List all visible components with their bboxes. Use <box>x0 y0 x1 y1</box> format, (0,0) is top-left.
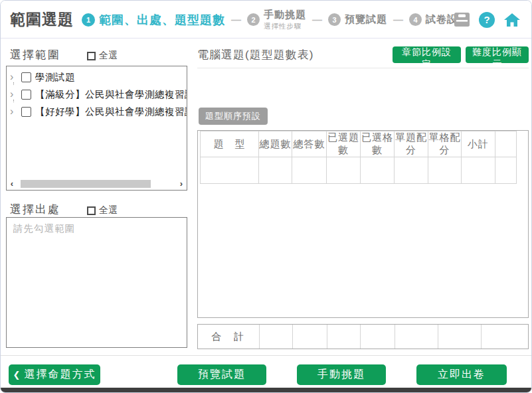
step-1-label: 範圍、出處、題型題數 <box>99 12 225 28</box>
step-3-number: 3 <box>328 13 341 26</box>
expand-caret-icon[interactable]: › <box>10 89 19 100</box>
back-button-label: 選擇命題方式 <box>24 368 96 382</box>
step-dash: — <box>231 14 241 25</box>
question-order-preset-button[interactable]: 題型順序預設 <box>199 108 268 125</box>
cell <box>292 157 327 184</box>
tree-item-label: 【好好學】公民與社會學測總複習講義 實 <box>35 106 187 118</box>
totals-label: 合 計 <box>198 325 259 349</box>
page-title: 範圍選題 <box>10 1 74 39</box>
totals-cell <box>395 325 438 349</box>
source-list-box: 請先勾選範圍 <box>6 217 187 348</box>
preview-questions-button[interactable]: 預覽試題 <box>177 364 266 385</box>
home-icon[interactable] <box>503 12 521 28</box>
col-selected-blanks: 已選格數 <box>361 131 395 157</box>
back-to-method-button[interactable]: ❮ 選擇命題方式 <box>9 364 100 385</box>
totals-table: 合 計 <box>198 325 528 349</box>
help-glyph: ? <box>484 14 489 25</box>
expand-caret-icon[interactable]: › <box>10 106 19 117</box>
horizontal-scrollbar[interactable]: ‹ › <box>7 178 186 189</box>
cell <box>259 157 292 184</box>
source-placeholder-text: 請先勾選範圍 <box>13 222 75 235</box>
range-tree: › 學測試題 › 【滿級分】公民與社會學測總複習講義 實 › 【好好學】公民與社… <box>7 68 187 120</box>
chapter-ratio-button[interactable]: 章節比例設定 <box>393 46 461 63</box>
step-4-number: 4 <box>409 13 422 26</box>
step-1-range[interactable]: 1 範圍、出處、題型題數 <box>82 12 225 28</box>
totals-cell <box>438 325 481 349</box>
source-section-title: 選擇出處 <box>10 202 60 217</box>
range-select-all[interactable]: 全選 <box>87 50 118 62</box>
col-subtotal: 小計 <box>462 131 495 157</box>
tree-item-checkbox[interactable] <box>21 90 31 100</box>
step-dash: — <box>393 14 403 25</box>
cell <box>201 157 259 184</box>
scrollbar-thumb[interactable] <box>21 180 151 188</box>
preview-button-label: 預覽試題 <box>198 368 246 382</box>
col-selected-questions: 已選題數 <box>327 131 361 157</box>
range-tree-box: › 學測試題 › 【滿級分】公民與社會學測總複習講義 實 › 【好好學】公民與社… <box>6 66 187 191</box>
scroll-right-arrow-icon[interactable]: › <box>177 178 186 189</box>
col-question-type: 題 型 <box>201 131 259 157</box>
step-2-number: 2 <box>247 13 260 26</box>
step-1-number: 1 <box>82 13 95 27</box>
col-total-questions: 總題數 <box>259 131 292 157</box>
tree-item-label: 【滿級分】公民與社會學測總複習講義 實 <box>35 88 187 101</box>
top-bar-icons: ? <box>454 1 521 39</box>
wizard-stepper: 1 範圍、出處、題型題數 — 2 手動挑題 選擇性步驟 — 3 預覽試題 — 4… <box>82 1 468 39</box>
totals-cell <box>292 325 327 349</box>
table-row <box>201 157 517 184</box>
manual-button-label: 手動挑題 <box>317 368 365 382</box>
col-points-per-blank: 單格配分 <box>428 131 462 157</box>
step-2-sublabel: 選擇性步驟 <box>264 22 306 31</box>
totals-cell <box>327 325 360 349</box>
generate-button-label: 立即出卷 <box>438 368 486 382</box>
cell <box>462 157 495 184</box>
range-select-all-checkbox[interactable] <box>87 52 96 60</box>
panel-divider <box>197 68 529 68</box>
cell <box>395 157 428 184</box>
app-window: 範圍選題 1 範圍、出處、題型題數 — 2 手動挑題 選擇性步驟 — 3 預覽試… <box>0 0 532 393</box>
manual-pick-button[interactable]: 手動挑題 <box>297 364 386 385</box>
tree-item-full-marks-book[interactable]: › 【滿級分】公民與社會學測總複習講義 實 <box>7 86 187 103</box>
tree-item-study-well-book[interactable]: › 【好好學】公民與社會學測總複習講義 實 <box>7 103 187 120</box>
expand-caret-icon[interactable]: › <box>10 72 19 82</box>
bottom-bar: ❮ 選擇命題方式 預覽試題 手動挑題 立即出卷 <box>1 355 531 388</box>
computer-selection-title: 電腦選題(題型題數表) <box>197 47 313 62</box>
step-2-label: 手動挑題 <box>264 9 306 21</box>
tree-item-checkbox[interactable] <box>21 72 31 82</box>
source-select-all-label: 全選 <box>99 204 118 216</box>
question-type-table: 題 型 總題數 總答數 已選題數 已選格數 單題配分 單格配分 小計 <box>200 131 517 184</box>
tree-item-label: 學測試題 <box>35 71 75 84</box>
chevron-left-icon: ❮ <box>13 370 21 380</box>
col-points-per-question: 單題配分 <box>395 131 428 157</box>
source-select-all[interactable]: 全選 <box>87 204 118 216</box>
cell <box>428 157 462 184</box>
cell <box>327 157 361 184</box>
range-select-all-label: 全選 <box>99 50 118 62</box>
tree-item-checkbox[interactable] <box>21 107 31 117</box>
range-section-title: 選擇範圍 <box>10 47 60 62</box>
help-icon[interactable]: ? <box>479 12 495 28</box>
totals-cell <box>360 325 395 349</box>
table-header-row: 題 型 總題數 總答數 已選題數 已選格數 單題配分 單格配分 小計 <box>201 131 517 157</box>
totals-row: 合 計 <box>198 325 528 349</box>
tree-item-exam-questions[interactable]: › 學測試題 <box>7 68 187 86</box>
bottom-edge-strip <box>1 388 531 392</box>
cell <box>495 157 517 184</box>
totals-cell <box>259 325 292 349</box>
col-extra <box>495 131 517 157</box>
scroll-left-arrow-icon[interactable]: ‹ <box>7 178 17 189</box>
top-bar: 範圍選題 1 範圍、出處、題型題數 — 2 手動挑題 選擇性步驟 — 3 預覽試… <box>1 1 531 39</box>
save-icon[interactable] <box>454 12 470 27</box>
cell <box>361 157 395 184</box>
step-3-label: 預覽試題 <box>345 13 387 26</box>
col-total-answers: 總答數 <box>292 131 327 157</box>
question-type-table-container: 題 型 總題數 總答數 已選題數 已選格數 單題配分 單格配分 小計 <box>197 130 529 318</box>
step-2-manual-pick[interactable]: 2 手動挑題 選擇性步驟 <box>247 9 306 31</box>
source-select-all-checkbox[interactable] <box>87 206 96 215</box>
totals-cell <box>481 325 528 349</box>
difficulty-ratio-button[interactable]: 難度比例顯示 <box>466 46 529 63</box>
generate-paper-button[interactable]: 立即出卷 <box>416 364 507 385</box>
step-3-preview[interactable]: 3 預覽試題 <box>328 13 387 26</box>
scrollbar-track[interactable] <box>17 179 177 189</box>
totals-row-container: 合 計 <box>197 324 529 349</box>
